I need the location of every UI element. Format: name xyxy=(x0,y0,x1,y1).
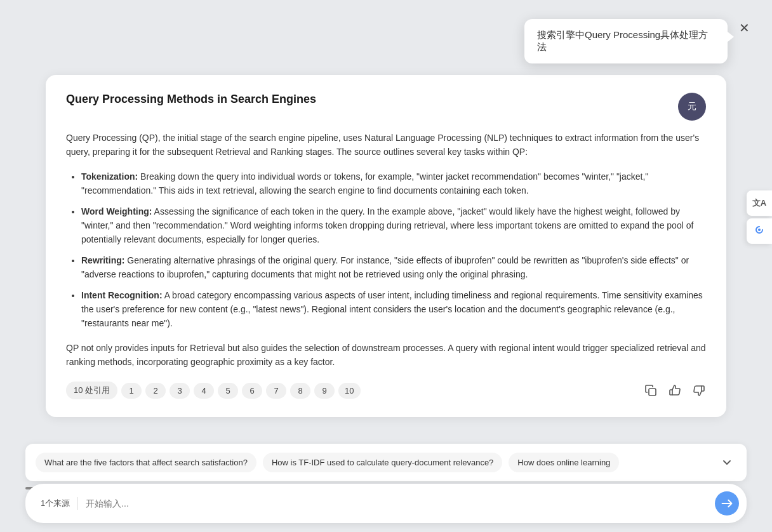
citations-badge[interactable]: 10 处引用 xyxy=(66,382,117,399)
list-item: Rewriting: Generating alternative phrasi… xyxy=(81,253,706,282)
input-divider xyxy=(77,497,78,510)
tooltip-text: 搜索引擎中Query Processing具体处理方法 xyxy=(537,29,708,52)
send-button[interactable] xyxy=(715,491,739,515)
card-list: Tokenization: Breaking down the query in… xyxy=(66,170,706,331)
suggestion-chip-2[interactable]: How is TF-IDF used to calculate query-do… xyxy=(263,453,502,472)
suggestion-chip-3[interactable]: How does online learning xyxy=(509,453,619,472)
right-sidebar: 文A xyxy=(747,190,772,244)
citation-6[interactable]: 6 xyxy=(242,383,262,399)
citations-row: 10 处引用 1 2 3 4 5 6 7 8 9 10 xyxy=(66,382,706,399)
list-desc: A broad category encompassing various as… xyxy=(81,290,703,329)
suggestion-chip-1[interactable]: What are the five factors that affect se… xyxy=(36,453,256,472)
card-footer-text: QP not only provides inputs for Retrieva… xyxy=(66,341,706,369)
card-intro: Query Processing (QP), the initial stage… xyxy=(66,131,706,159)
citation-9[interactable]: 9 xyxy=(314,383,335,399)
list-item: Intent Recognition: A broad category enc… xyxy=(81,288,706,331)
list-item: Tokenization: Breaking down the query in… xyxy=(81,170,706,198)
search-sidebar-icon xyxy=(753,223,766,239)
citations-actions xyxy=(644,383,706,397)
suggestion-bar: What are the five factors that affect se… xyxy=(25,444,747,481)
thumbs-up-button[interactable] xyxy=(668,383,682,397)
list-desc: Generating alternative phrasings of the … xyxy=(81,255,689,279)
expand-suggestions-button[interactable] xyxy=(717,453,736,472)
avatar-symbol: 元 xyxy=(688,101,696,112)
translate-icon-btn[interactable]: 文A xyxy=(747,190,772,216)
citation-2[interactable]: 2 xyxy=(145,383,166,399)
list-term: Intent Recognition: xyxy=(81,290,163,300)
list-term: Word Weighting: xyxy=(81,206,152,216)
svg-rect-1 xyxy=(649,389,656,396)
svg-point-0 xyxy=(758,229,761,231)
copy-button[interactable] xyxy=(644,383,658,397)
list-desc: Assessing the significance of each token… xyxy=(81,206,693,245)
citation-5[interactable]: 5 xyxy=(218,383,238,399)
avatar: 元 xyxy=(678,93,706,121)
chat-input[interactable] xyxy=(86,498,707,509)
card-header: Query Processing Methods in Search Engin… xyxy=(66,93,706,121)
tooltip-bubble: 搜索引擎中Query Processing具体处理方法 xyxy=(524,19,728,63)
citations-left: 10 处引用 1 2 3 4 5 6 7 8 9 10 xyxy=(66,382,361,399)
close-button[interactable]: ✕ xyxy=(734,18,754,38)
citation-1[interactable]: 1 xyxy=(121,383,142,399)
translate-icon: 文A xyxy=(752,197,766,209)
citation-8[interactable]: 8 xyxy=(290,383,310,399)
search-icon-btn[interactable] xyxy=(747,218,772,244)
thumbs-down-button[interactable] xyxy=(692,383,706,397)
input-bar: 1个来源 xyxy=(25,484,747,523)
card-title: Query Processing Methods in Search Engin… xyxy=(66,93,316,106)
source-label: 1个来源 xyxy=(41,498,70,509)
citation-4[interactable]: 4 xyxy=(194,383,214,399)
list-desc: Breaking down the query into individual … xyxy=(81,171,648,196)
citation-3[interactable]: 3 xyxy=(170,383,190,399)
citation-10[interactable]: 10 xyxy=(338,383,360,399)
list-term: Tokenization: xyxy=(81,171,138,182)
list-item: Word Weighting: Assessing the significan… xyxy=(81,204,706,247)
list-term: Rewriting: xyxy=(81,255,124,265)
main-card: Query Processing Methods in Search Engin… xyxy=(46,75,726,417)
citation-7[interactable]: 7 xyxy=(266,383,286,399)
